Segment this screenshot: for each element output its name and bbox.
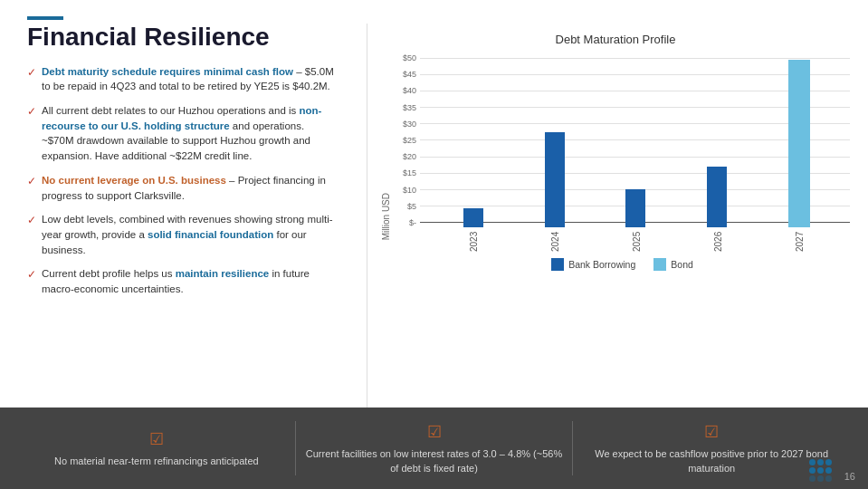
checkmark-icon: ✓ — [27, 174, 36, 189]
legend-label-bank: Bank Borrowing — [568, 259, 635, 270]
checkmark-icon: ✓ — [27, 213, 36, 228]
y-tick: $40 — [395, 86, 420, 95]
bar-group-2024 — [545, 132, 565, 227]
legend-label-bond: Bond — [671, 259, 693, 270]
bold-text: No current leverage on U.S. business — [42, 175, 226, 186]
y-tick: $50 — [395, 53, 420, 62]
bars — [788, 60, 810, 227]
bars — [545, 132, 565, 227]
y-tick: $20 — [395, 152, 420, 161]
bar-group-2027 — [788, 60, 810, 227]
y-tick: $35 — [395, 103, 420, 112]
page: Financial Resilience ✓ Debt maturity sch… — [0, 0, 868, 489]
main-content: Financial Resilience ✓ Debt maturity sch… — [0, 24, 868, 408]
bottom-item-2: ☑ Current facilities on low interest rat… — [296, 421, 573, 475]
bullet-text-3: No current leverage on U.S. business – P… — [42, 173, 335, 203]
y-tick: $15 — [395, 168, 420, 177]
y-tick: $30 — [395, 120, 420, 129]
y-tick: $5 — [395, 202, 420, 211]
check-icon-3: ☑ — [704, 421, 719, 444]
x-label: 2025 — [632, 229, 642, 254]
x-label: 2026 — [713, 229, 723, 254]
bottom-text-3: We expect to be cashflow positive prior … — [582, 447, 841, 475]
bottom-item-1: ☑ No material near-term refinancings ant… — [18, 428, 295, 469]
left-panel: Financial Resilience ✓ Debt maturity sch… — [0, 24, 362, 408]
bottom-text-1: No material near-term refinancings antic… — [54, 455, 259, 468]
bottom-bar: ☑ No material near-term refinancings ant… — [0, 408, 868, 489]
chart-area: Million USD $50 $45 — [381, 53, 850, 398]
right-panel: Debt Maturation Profile Million USD $50 — [372, 24, 868, 408]
bullet-list: ✓ Debt maturity schedule requires minima… — [27, 64, 335, 297]
bank-bar — [545, 132, 565, 227]
bullet-text-1: Debt maturity schedule requires minimal … — [42, 64, 335, 94]
page-title: Financial Resilience — [27, 24, 335, 52]
y-tick: $- — [395, 218, 420, 227]
y-axis-label: Million USD — [381, 193, 391, 240]
bank-bar — [707, 167, 727, 227]
chart-title: Debt Maturation Profile — [381, 33, 850, 46]
legend-swatch-bond — [653, 258, 666, 271]
list-item: ✓ No current leverage on U.S. business –… — [27, 173, 335, 203]
legend-item-bank: Bank Borrowing — [551, 258, 635, 271]
top-accent-line — [27, 16, 63, 20]
bullet-text-4: Low debt levels, combined with revenues … — [42, 212, 335, 257]
chart-inner: $50 $45 $40 — [395, 53, 850, 271]
check-icon-2: ☑ — [427, 421, 442, 444]
panel-divider — [367, 24, 367, 408]
x-label: 2024 — [550, 229, 560, 254]
bar-group-2026 — [707, 167, 727, 227]
list-item: ✓ Debt maturity schedule requires minima… — [27, 64, 335, 94]
y-tick: $10 — [395, 186, 420, 195]
x-label: 2023 — [469, 229, 479, 254]
list-item: ✓ All current debt relates to our Huzhou… — [27, 103, 335, 164]
bar-group-2025 — [625, 189, 645, 227]
bond-bar — [788, 60, 810, 227]
bars — [625, 189, 645, 227]
page-number: 16 — [844, 471, 855, 482]
checkmark-icon: ✓ — [27, 65, 36, 81]
bold-text: Debt maturity schedule requires minimal … — [42, 66, 293, 77]
list-item: ✓ Low debt levels, combined with revenue… — [27, 212, 335, 257]
y-tick: $25 — [395, 136, 420, 145]
bold-text: non-recourse to our U.S. holding structu… — [42, 105, 321, 131]
bullet-text-5: Current debt profile helps us maintain r… — [42, 266, 335, 296]
bar-group-2023 — [463, 208, 483, 227]
x-labels: 2023 2024 2025 2026 2027 — [424, 229, 850, 254]
list-item: ✓ Current debt profile helps us maintain… — [27, 266, 335, 296]
bars — [707, 167, 727, 227]
chart-legend: Bank Borrowing Bond — [395, 258, 850, 271]
bank-bar — [625, 189, 645, 227]
check-icon-1: ☑ — [149, 428, 164, 451]
y-tick: $45 — [395, 70, 420, 79]
x-label: 2027 — [795, 229, 805, 254]
checkmark-icon: ✓ — [27, 267, 36, 283]
bold-text: solid financial foundation — [148, 229, 273, 240]
bank-bar — [463, 208, 483, 227]
bars-area — [424, 53, 850, 227]
legend-item-bond: Bond — [653, 258, 693, 271]
logo-icon — [809, 459, 832, 482]
bottom-text-2: Current facilities on low interest rates… — [305, 447, 564, 475]
legend-swatch-bank — [551, 258, 564, 271]
bold-text: maintain resilience — [176, 268, 270, 279]
checkmark-icon: ✓ — [27, 104, 36, 120]
bars — [463, 208, 483, 227]
bullet-text-2: All current debt relates to our Huzhou o… — [42, 103, 335, 164]
